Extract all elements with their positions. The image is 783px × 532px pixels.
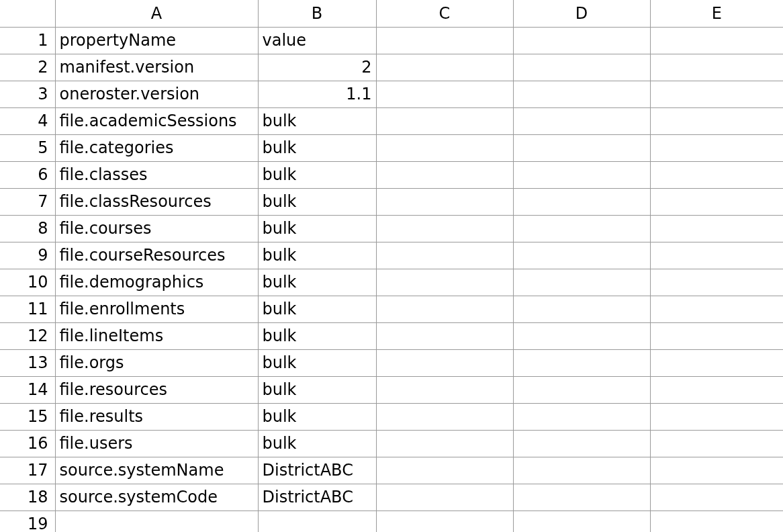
cell-C6[interactable] xyxy=(376,161,513,188)
cell-C19[interactable] xyxy=(376,511,513,532)
cell-B11[interactable]: bulk xyxy=(258,296,376,322)
cell-E10[interactable] xyxy=(650,269,783,296)
cell-D14[interactable] xyxy=(513,376,650,403)
cell-A18[interactable]: source.systemCode xyxy=(55,484,258,511)
row-header-15[interactable]: 15 xyxy=(0,403,55,430)
cell-A1[interactable]: propertyName xyxy=(55,27,258,54)
cell-D12[interactable] xyxy=(513,322,650,349)
cell-D13[interactable] xyxy=(513,349,650,376)
cell-A12[interactable]: file.lineItems xyxy=(55,322,258,349)
cell-A5[interactable]: file.categories xyxy=(55,134,258,161)
cell-D11[interactable] xyxy=(513,296,650,322)
cell-C8[interactable] xyxy=(376,215,513,242)
cell-D5[interactable] xyxy=(513,134,650,161)
cell-C9[interactable] xyxy=(376,242,513,269)
cell-D9[interactable] xyxy=(513,242,650,269)
row-header-1[interactable]: 1 xyxy=(0,27,55,54)
row-header-7[interactable]: 7 xyxy=(0,188,55,215)
cell-D17[interactable] xyxy=(513,457,650,484)
cell-D7[interactable] xyxy=(513,188,650,215)
cell-C1[interactable] xyxy=(376,27,513,54)
row-header-6[interactable]: 6 xyxy=(0,161,55,188)
cell-A17[interactable]: source.systemName xyxy=(55,457,258,484)
cell-A15[interactable]: file.results xyxy=(55,403,258,430)
cell-E9[interactable] xyxy=(650,242,783,269)
cell-C10[interactable] xyxy=(376,269,513,296)
cell-B9[interactable]: bulk xyxy=(258,242,376,269)
row-header-16[interactable]: 16 xyxy=(0,430,55,457)
cell-B17[interactable]: DistrictABC xyxy=(258,457,376,484)
cell-D6[interactable] xyxy=(513,161,650,188)
cell-E19[interactable] xyxy=(650,511,783,532)
cell-E1[interactable] xyxy=(650,27,783,54)
cell-C4[interactable] xyxy=(376,107,513,134)
cell-B3[interactable]: 1.1 xyxy=(258,81,376,107)
cell-E17[interactable] xyxy=(650,457,783,484)
cell-D2[interactable] xyxy=(513,54,650,81)
cell-A2[interactable]: manifest.version xyxy=(55,54,258,81)
column-header-C[interactable]: C xyxy=(376,0,513,27)
cell-D1[interactable] xyxy=(513,27,650,54)
cell-E11[interactable] xyxy=(650,296,783,322)
cell-C7[interactable] xyxy=(376,188,513,215)
cell-C18[interactable] xyxy=(376,484,513,511)
cell-C5[interactable] xyxy=(376,134,513,161)
cell-C16[interactable] xyxy=(376,430,513,457)
cell-E15[interactable] xyxy=(650,403,783,430)
cell-C17[interactable] xyxy=(376,457,513,484)
cell-D19[interactable] xyxy=(513,511,650,532)
cell-C12[interactable] xyxy=(376,322,513,349)
cell-A11[interactable]: file.enrollments xyxy=(55,296,258,322)
cell-E5[interactable] xyxy=(650,134,783,161)
cell-B19[interactable] xyxy=(258,511,376,532)
cell-E4[interactable] xyxy=(650,107,783,134)
cell-E2[interactable] xyxy=(650,54,783,81)
column-header-E[interactable]: E xyxy=(650,0,783,27)
cell-B5[interactable]: bulk xyxy=(258,134,376,161)
row-header-4[interactable]: 4 xyxy=(0,107,55,134)
cell-E6[interactable] xyxy=(650,161,783,188)
cell-E8[interactable] xyxy=(650,215,783,242)
cell-A10[interactable]: file.demographics xyxy=(55,269,258,296)
cell-A4[interactable]: file.academicSessions xyxy=(55,107,258,134)
cell-D4[interactable] xyxy=(513,107,650,134)
cell-E12[interactable] xyxy=(650,322,783,349)
cell-B10[interactable]: bulk xyxy=(258,269,376,296)
cell-B8[interactable]: bulk xyxy=(258,215,376,242)
cell-C3[interactable] xyxy=(376,81,513,107)
cell-B12[interactable]: bulk xyxy=(258,322,376,349)
row-header-19[interactable]: 19 xyxy=(0,511,55,532)
row-header-14[interactable]: 14 xyxy=(0,376,55,403)
cell-C11[interactable] xyxy=(376,296,513,322)
cell-C14[interactable] xyxy=(376,376,513,403)
cell-B4[interactable]: bulk xyxy=(258,107,376,134)
cell-B15[interactable]: bulk xyxy=(258,403,376,430)
cell-E18[interactable] xyxy=(650,484,783,511)
column-header-D[interactable]: D xyxy=(513,0,650,27)
row-header-9[interactable]: 9 xyxy=(0,242,55,269)
cell-E13[interactable] xyxy=(650,349,783,376)
cell-A16[interactable]: file.users xyxy=(55,430,258,457)
cell-B2[interactable]: 2 xyxy=(258,54,376,81)
cell-D3[interactable] xyxy=(513,81,650,107)
cell-A3[interactable]: oneroster.version xyxy=(55,81,258,107)
cell-E14[interactable] xyxy=(650,376,783,403)
row-header-10[interactable]: 10 xyxy=(0,269,55,296)
row-header-13[interactable]: 13 xyxy=(0,349,55,376)
column-header-A[interactable]: A xyxy=(55,0,258,27)
cell-B13[interactable]: bulk xyxy=(258,349,376,376)
cell-D8[interactable] xyxy=(513,215,650,242)
corner-cell[interactable] xyxy=(0,0,55,27)
spreadsheet-grid[interactable]: A B C D E 1propertyNamevalue2manifest.ve… xyxy=(0,0,783,532)
cell-B18[interactable]: DistrictABC xyxy=(258,484,376,511)
cell-D18[interactable] xyxy=(513,484,650,511)
cell-A14[interactable]: file.resources xyxy=(55,376,258,403)
cell-B7[interactable]: bulk xyxy=(258,188,376,215)
cell-A6[interactable]: file.classes xyxy=(55,161,258,188)
cell-B1[interactable]: value xyxy=(258,27,376,54)
row-header-18[interactable]: 18 xyxy=(0,484,55,511)
cell-E3[interactable] xyxy=(650,81,783,107)
cell-D15[interactable] xyxy=(513,403,650,430)
row-header-2[interactable]: 2 xyxy=(0,54,55,81)
column-header-B[interactable]: B xyxy=(258,0,376,27)
